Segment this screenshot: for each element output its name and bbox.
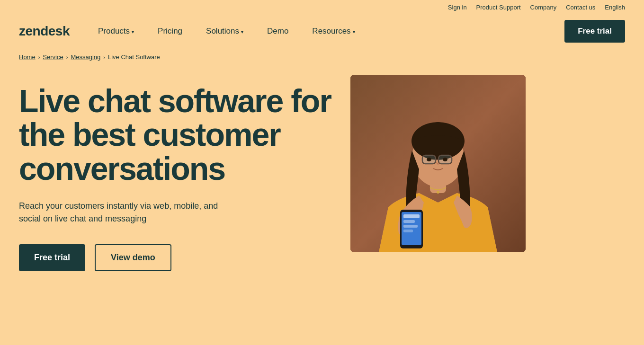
language-selector[interactable]: English <box>605 4 625 11</box>
breadcrumb-sep-3: › <box>103 54 105 60</box>
nav-links: Products ▾ Pricing Solutions ▾ Demo Reso… <box>98 27 564 36</box>
svg-rect-18 <box>403 230 413 232</box>
nav-resources-label: Resources <box>312 27 350 36</box>
hero-section: Live chat software for the best customer… <box>0 61 644 300</box>
breadcrumb-home[interactable]: Home <box>19 53 36 61</box>
company-link[interactable]: Company <box>530 4 557 11</box>
svg-rect-15 <box>403 214 420 218</box>
svg-point-19 <box>437 191 439 194</box>
nav-solutions-label: Solutions <box>206 27 239 36</box>
breadcrumb: Home › Service › Messaging › Live Chat S… <box>19 53 625 61</box>
hero-content: Live chat software for the best customer… <box>19 75 331 271</box>
logo[interactable]: zendesk <box>19 24 70 39</box>
nav-right: Free trial <box>564 20 625 43</box>
sign-in-link[interactable]: Sign in <box>448 4 467 11</box>
hero-image-svg <box>350 75 526 252</box>
svg-rect-16 <box>403 220 415 223</box>
hero-free-trial-button[interactable]: Free trial <box>19 244 85 271</box>
breadcrumb-sep-1: › <box>38 54 40 60</box>
chevron-down-icon-2: ▾ <box>241 29 243 35</box>
breadcrumb-service[interactable]: Service <box>43 53 63 61</box>
hero-image <box>350 75 526 252</box>
nav-pricing-label: Pricing <box>158 27 182 36</box>
chevron-down-icon-3: ▾ <box>353 29 355 35</box>
svg-point-11 <box>427 158 431 161</box>
logo-text: zendesk <box>19 24 70 38</box>
hero-subtitle: Reach your customers instantly via web, … <box>19 200 237 225</box>
svg-rect-17 <box>403 225 418 228</box>
product-support-link[interactable]: Product Support <box>476 4 521 11</box>
nav-solutions[interactable]: Solutions ▾ <box>206 27 243 36</box>
nav-demo-label: Demo <box>267 27 288 36</box>
nav-resources[interactable]: Resources ▾ <box>312 27 355 36</box>
main-navbar: zendesk Products ▾ Pricing Solutions ▾ D… <box>0 15 644 48</box>
nav-products[interactable]: Products ▾ <box>98 27 134 36</box>
nav-pricing[interactable]: Pricing <box>158 27 182 36</box>
nav-free-trial-button[interactable]: Free trial <box>564 20 625 43</box>
utility-bar: Sign in Product Support Company Contact … <box>0 0 644 15</box>
nav-demo[interactable]: Demo <box>267 27 288 36</box>
chevron-down-icon: ▾ <box>132 29 134 35</box>
nav-products-label: Products <box>98 27 130 36</box>
breadcrumb-container: Home › Service › Messaging › Live Chat S… <box>0 48 644 61</box>
breadcrumb-sep-2: › <box>66 54 68 60</box>
hero-title: Live chat software for the best customer… <box>19 84 331 186</box>
contact-us-link[interactable]: Contact us <box>566 4 595 11</box>
hero-buttons: Free trial View demo <box>19 244 331 271</box>
breadcrumb-current: Live Chat Software <box>108 53 160 61</box>
svg-point-12 <box>443 158 447 161</box>
breadcrumb-messaging[interactable]: Messaging <box>71 53 100 61</box>
hero-view-demo-button[interactable]: View demo <box>95 244 171 271</box>
